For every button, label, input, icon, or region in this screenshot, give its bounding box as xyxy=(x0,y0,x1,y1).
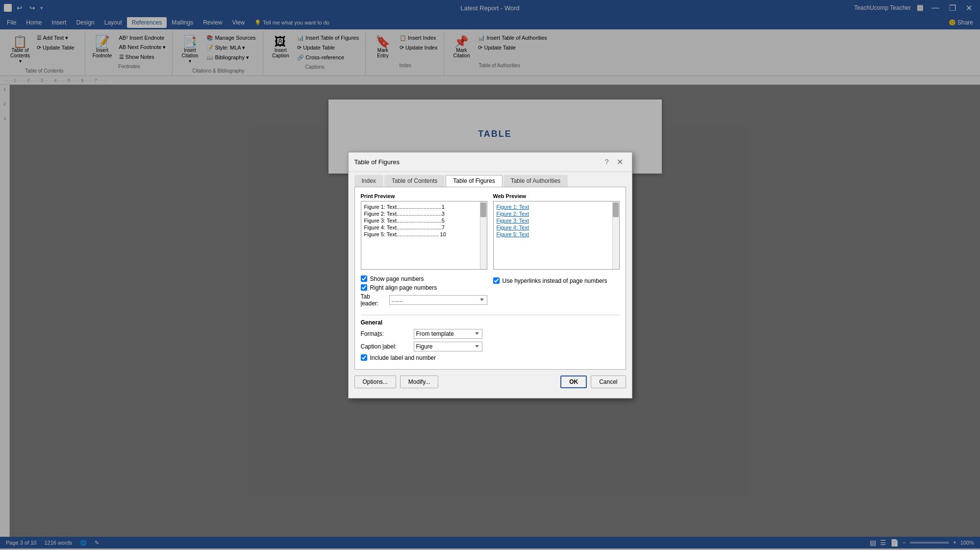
print-line-2: Figure 2: Text..........................… xyxy=(363,210,477,217)
print-line-3: Figure 3: Text..........................… xyxy=(363,217,477,224)
web-preview-box: Figure 1: Text Figure 2: Text Figure 3: … xyxy=(493,201,620,270)
right-align-checkbox[interactable] xyxy=(361,284,367,291)
caption-label-label: Caption label: xyxy=(361,343,410,350)
dialog-help-button[interactable]: ? xyxy=(602,156,612,168)
right-align-label: Right align page numbers xyxy=(370,284,437,291)
general-label: General xyxy=(361,319,620,326)
dialog-close-button[interactable]: ✕ xyxy=(614,156,626,168)
web-link-5[interactable]: Figure 5: Text xyxy=(496,231,609,238)
show-page-numbers-row: Show page numbers xyxy=(361,275,487,282)
print-preview-box: Figure 1: Text..........................… xyxy=(361,201,487,270)
include-label-row: Include label and number xyxy=(361,354,620,361)
use-hyperlinks-row: Use hyperlinks instead of page numbers xyxy=(493,277,620,284)
formats-label: Formats: xyxy=(361,330,410,337)
action-row: Options... Modify... OK Cancel xyxy=(354,375,626,388)
modal-overlay: Table of Figures ? ✕ Index Table of Cont… xyxy=(0,0,980,549)
tab-toc[interactable]: Table of Contents xyxy=(384,175,445,187)
table-of-figures-dialog: Table of Figures ? ✕ Index Table of Cont… xyxy=(348,152,632,399)
web-preview-content: Figure 1: Text Figure 2: Text Figure 3: … xyxy=(496,203,617,238)
formats-select[interactable]: From template Classic Distinctive Center… xyxy=(414,329,482,339)
print-preview-content: Figure 1: Text..........................… xyxy=(363,203,485,238)
modal-footer: Options... Modify... OK Cancel xyxy=(349,375,632,398)
web-scrollbar-thumb xyxy=(613,202,619,217)
action-buttons-right: OK Cancel xyxy=(560,375,626,388)
web-link-1[interactable]: Figure 1: Text xyxy=(496,203,609,210)
dialog-tab-bar: Index Table of Contents Table of Figures… xyxy=(349,172,632,187)
print-line-5: Figure 5: Text..........................… xyxy=(363,231,477,238)
tab-leader-label: Tab leader: xyxy=(361,293,385,307)
preview-row: Print Preview Figure 1: Text............… xyxy=(361,193,620,270)
web-preview-section: Web Preview Figure 1: Text Figure 2: Tex… xyxy=(493,193,620,270)
options-row: Show page numbers Right align page numbe… xyxy=(361,275,620,311)
use-hyperlinks-checkbox[interactable] xyxy=(493,277,500,284)
show-page-numbers-checkbox[interactable] xyxy=(361,275,367,282)
formats-row: Formats: From template Classic Distincti… xyxy=(361,329,620,339)
modify-button[interactable]: Modify... xyxy=(400,375,438,388)
web-link-2[interactable]: Figure 2: Text xyxy=(496,210,609,217)
ok-button[interactable]: OK xyxy=(560,375,587,388)
web-preview-label: Web Preview xyxy=(493,193,620,199)
caption-label-select[interactable]: Figure Table Equation xyxy=(414,342,482,351)
print-preview-scrollbar[interactable] xyxy=(480,201,487,269)
tab-toa[interactable]: Table of Authorities xyxy=(503,175,568,187)
print-preview-label: Print Preview xyxy=(361,193,487,199)
include-label-label: Include label and number xyxy=(370,354,436,361)
tab-leader-row: Tab leader: ....... ------- _______ (non… xyxy=(361,293,487,307)
web-link-4[interactable]: Figure 4: Text xyxy=(496,224,609,231)
modal-title: Table of Figures xyxy=(354,158,400,166)
divider-1 xyxy=(361,315,620,315)
general-section: General Formats: From template Classic D… xyxy=(361,319,620,361)
tab-index[interactable]: Index xyxy=(354,175,383,187)
action-buttons-left: Options... Modify... xyxy=(354,375,439,388)
right-align-row: Right align page numbers xyxy=(361,284,487,291)
caption-label-select-wrapper: Figure Table Equation xyxy=(414,342,482,351)
formats-select-wrapper: From template Classic Distinctive Center… xyxy=(414,329,482,339)
use-hyperlinks-label: Use hyperlinks instead of page numbers xyxy=(503,277,607,284)
cancel-button[interactable]: Cancel xyxy=(591,375,626,388)
web-preview-scrollbar[interactable] xyxy=(612,201,619,269)
modal-title-buttons: ? ✕ xyxy=(602,156,626,168)
print-scrollbar-thumb xyxy=(480,202,486,217)
modal-title-bar: Table of Figures ? ✕ xyxy=(349,152,632,172)
options-button[interactable]: Options... xyxy=(354,375,396,388)
tab-tof[interactable]: Table of Figures xyxy=(446,175,502,187)
web-link-3[interactable]: Figure 3: Text xyxy=(496,217,609,224)
tab-leader-select[interactable]: ....... ------- _______ (none) xyxy=(389,295,487,305)
tab-leader-wrapper: ....... ------- _______ (none) xyxy=(389,295,487,305)
modal-body: Print Preview Figure 1: Text............… xyxy=(354,187,626,370)
include-label-checkbox[interactable] xyxy=(361,354,367,361)
web-options: Use hyperlinks instead of page numbers xyxy=(493,275,620,311)
caption-label-row: Caption label: Figure Table Equation xyxy=(361,342,620,351)
print-options: Show page numbers Right align page numbe… xyxy=(361,275,487,311)
print-line-4: Figure 4: Text..........................… xyxy=(363,224,477,231)
show-page-numbers-label: Show page numbers xyxy=(370,275,424,282)
print-preview-section: Print Preview Figure 1: Text............… xyxy=(361,193,487,270)
print-line-1: Figure 1: Text..........................… xyxy=(363,203,477,210)
